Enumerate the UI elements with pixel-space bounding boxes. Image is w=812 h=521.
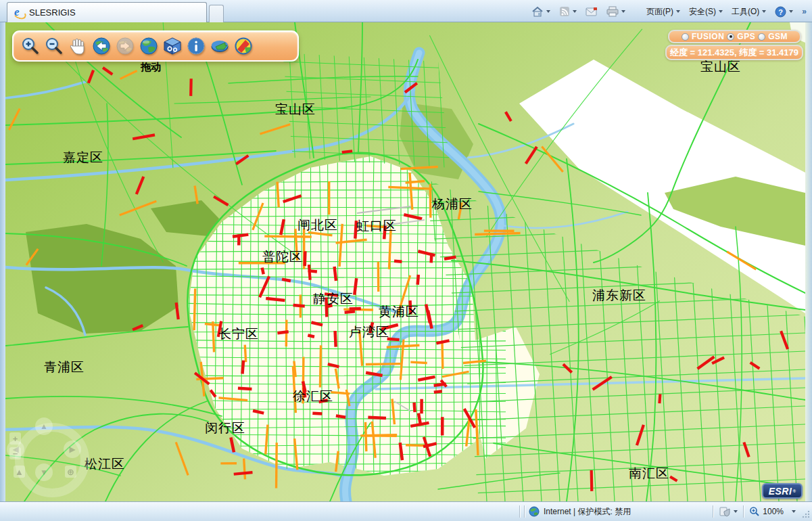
browser-window: { "browser": { "tab_title": "SLESRIGIS",… (0, 0, 812, 521)
home-dropdown-icon[interactable] (546, 10, 550, 13)
district-label-青浦区: 青浦区 (44, 361, 85, 373)
mode-switch: FUSION GPS GSM (668, 30, 801, 43)
district-label-长宁区: 长宁区 (218, 327, 259, 340)
district-label-普陀区: 普陀区 (262, 250, 303, 263)
district-label-宝山区: 宝山区 (275, 103, 316, 116)
new-tab-button[interactable] (209, 5, 224, 22)
gsm-radio[interactable] (758, 33, 765, 41)
compass-zoom-in-button[interactable]: + (9, 432, 21, 445)
previous-extent-button[interactable] (91, 36, 112, 57)
protected-mode-dropdown-icon (734, 510, 738, 513)
service-cube-icon (163, 37, 182, 55)
fusion-radio[interactable] (682, 33, 689, 41)
pan-north-button[interactable]: ▲ (35, 417, 53, 435)
feeds-dropdown-icon[interactable] (573, 10, 577, 13)
legend-button[interactable] (233, 36, 254, 57)
info-icon (187, 37, 206, 55)
overview-map-button[interactable] (209, 36, 230, 57)
tilt-view-button[interactable]: ▲ (14, 466, 25, 478)
window-border-right (805, 22, 812, 501)
ie-favicon-icon: e (14, 7, 24, 18)
page-menu[interactable]: 页面(P) (645, 5, 682, 19)
zoom-dropdown-icon[interactable] (792, 510, 796, 513)
legend-icon (234, 37, 253, 55)
tab-title: SLESRIGIS (29, 7, 76, 18)
map-toolbar (12, 30, 299, 62)
next-extent-button[interactable] (114, 36, 135, 57)
reset-globe-button[interactable]: ⊕ (65, 466, 76, 478)
district-label-松江区: 松江区 (85, 457, 125, 470)
district-label-杨浦区: 杨浦区 (432, 198, 473, 210)
fusion-label: FUSION (692, 32, 724, 41)
protected-mode-icon (719, 506, 731, 517)
pan-hand-icon (68, 37, 87, 55)
print-dropdown-icon[interactable] (621, 10, 625, 13)
tools-menu[interactable]: 工具(O) (730, 5, 767, 19)
security-dropdown-icon (719, 10, 723, 13)
home-icon (531, 6, 544, 17)
help-icon: ? (775, 6, 786, 18)
rss-feed-icon (559, 6, 570, 17)
district-label-静安区: 静安区 (313, 292, 354, 305)
tools-menu-label: 工具(O) (732, 6, 759, 18)
command-bar: 页面(P) 安全(S) 工具(O) ? » (530, 3, 808, 20)
browser-tab[interactable]: e SLESRIGIS (7, 2, 207, 22)
district-label-卢湾区: 卢湾区 (349, 325, 389, 338)
gsm-label: GSM (768, 32, 788, 41)
district-label-浦东新区: 浦东新区 (592, 289, 646, 302)
district-label-闵行区: 闵行区 (205, 422, 245, 434)
compass-ring (15, 423, 89, 497)
overview-disc-icon (210, 37, 230, 55)
drag-tooltip: 拖动 (141, 61, 161, 74)
window-border-left (0, 22, 5, 501)
resize-grip-icon[interactable] (801, 509, 811, 519)
browser-titlebar: e SLESRIGIS 页面(P) 安全(S) 工具(O) ? (0, 0, 812, 22)
mode-option-fusion[interactable]: FUSION (682, 32, 724, 41)
forward-globe-icon (116, 37, 135, 55)
help-dropdown-icon (789, 10, 793, 13)
esri-logo: ESRI® (762, 483, 803, 499)
mode-option-gsm[interactable]: GSM (758, 32, 788, 41)
print-button[interactable] (605, 5, 627, 18)
page-menu-label: 页面(P) (646, 6, 673, 18)
zoom-out-icon (45, 37, 64, 55)
district-label-嘉定区: 嘉定区 (63, 151, 103, 164)
zoom-in-icon (21, 37, 40, 55)
map-service-button[interactable] (162, 36, 183, 57)
zoom-control[interactable]: 100% (748, 505, 797, 518)
internet-zone-icon (529, 506, 540, 517)
map-viewport[interactable]: 宝山区宝山区嘉定区杨浦区闸北区虹口区普陀区浦东新区静安区黄浦区卢湾区长宁区青浦区… (5, 22, 805, 501)
district-label-黄浦区: 黄浦区 (379, 305, 419, 318)
help-menu[interactable]: ? (773, 5, 794, 19)
coordinate-readout: 经度 = 121.4325, 纬度 = 31.4179 (665, 45, 803, 60)
printer-icon (606, 6, 619, 17)
district-label-虹口区: 虹口区 (356, 219, 397, 232)
read-mail-button[interactable] (584, 5, 599, 18)
zoom-level-label: 100% (763, 507, 784, 516)
pan-east-button[interactable]: ▶ (64, 440, 81, 458)
pan-button[interactable] (67, 36, 88, 57)
district-label-南汇区: 南汇区 (629, 467, 669, 480)
compass-zoom-out-button[interactable]: − (9, 447, 21, 459)
page-zoom-icon (749, 506, 760, 517)
protected-mode-button[interactable] (717, 505, 739, 518)
security-menu[interactable]: 安全(S) (688, 5, 724, 19)
tools-dropdown-icon (762, 10, 766, 13)
security-menu-label: 安全(S) (689, 6, 716, 18)
globe-icon (139, 37, 158, 55)
traffic-map[interactable] (5, 22, 805, 501)
page-dropdown-icon (676, 10, 680, 13)
full-extent-button[interactable] (138, 36, 159, 57)
mode-option-gps[interactable]: GPS (727, 32, 755, 41)
zoom-out-button[interactable] (43, 36, 64, 57)
district-label-宝山区: 宝山区 (700, 60, 741, 73)
overflow-chevron[interactable]: » (801, 5, 808, 18)
svg-text:?: ? (778, 7, 783, 16)
home-button[interactable] (530, 5, 552, 18)
pan-south-button[interactable]: ▼ (35, 463, 53, 481)
gps-radio[interactable] (727, 33, 734, 41)
security-zone: Internet | 保护模式: 禁用 (529, 506, 631, 518)
identify-button[interactable] (185, 36, 206, 57)
zoom-in-button[interactable] (20, 36, 41, 57)
feeds-button[interactable] (558, 5, 578, 18)
